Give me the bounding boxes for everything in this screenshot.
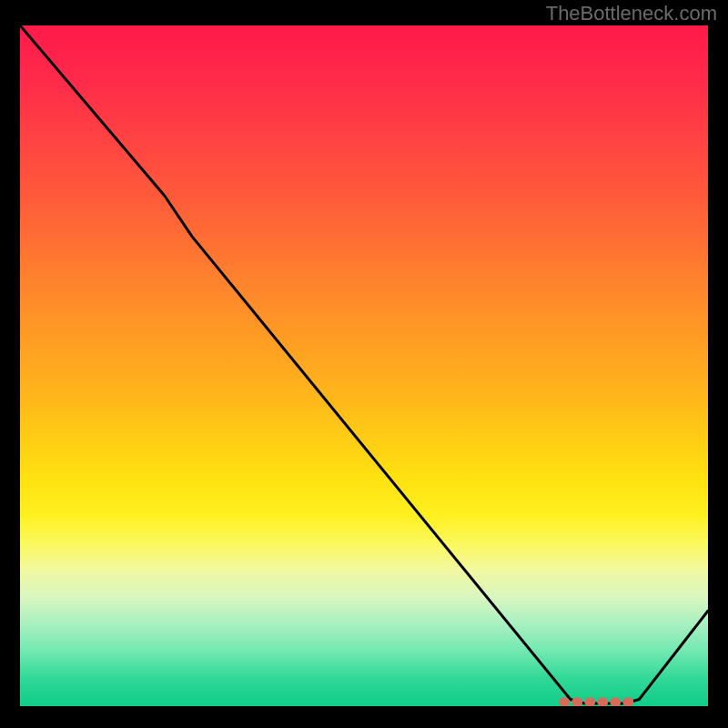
bottleneck-curve [20,25,708,703]
watermark-text: TheBottleneck.com [546,2,717,25]
chart-line-layer [20,25,708,706]
